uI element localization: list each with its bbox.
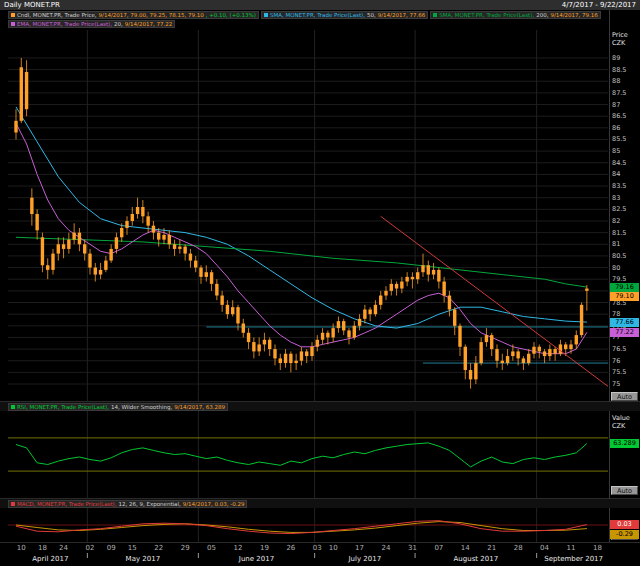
candle-body [51,254,54,270]
candle-body [527,354,530,363]
candle-body [522,358,525,363]
price-tick-label: 85 [612,147,620,155]
candle-body [284,354,287,363]
auto-scale-button-rsi[interactable]: Auto [611,486,638,495]
candle-body [437,270,440,282]
candle-body [57,244,60,253]
chart-date-range: 4/7/2017 - 9/22/2017 [562,0,636,10]
candle-body [368,309,371,314]
ema-20-line [16,123,587,354]
candle-body [205,272,208,277]
date-tick-label: 24 [59,544,68,552]
month-gridlines [87,30,536,542]
candle-body [109,249,112,261]
price-axis-title-line1: Price [612,31,628,39]
date-tick-label: 26 [286,544,295,552]
date-tick-label: 21 [487,544,496,552]
candle-body [474,363,477,379]
price-tick-label: 87.5 [612,89,626,97]
price-tick-label: 88.5 [612,66,626,74]
candle-body [384,291,387,296]
date-tick-label: 22 [154,544,163,552]
candle-body [405,277,408,282]
candle-body [231,307,234,314]
candle-body [263,340,266,345]
date-tick-label: 12 [234,544,243,552]
candle-body [479,342,482,363]
candle-body [432,270,435,275]
candle-body [305,351,308,356]
date-tick-label: 05 [207,544,216,552]
candle-body [162,235,165,240]
candle-body [94,268,97,275]
candle-body [363,309,366,318]
ema20-swatch-icon [11,22,15,26]
main-legend-row-1: Cndl, MONET.PR, Trade Price, 9/14/2017, … [8,11,601,19]
rsi-axis-title-line2: CZK [612,422,630,430]
legend-text: SMA, MONET.PR, Trade Price(Last), [270,12,365,18]
candle-body [247,333,250,342]
price-tick-label: 84.5 [612,159,626,167]
candle-body [189,254,192,261]
rsi-swatch-icon [11,405,15,409]
price-tick-label: 75 [612,380,620,388]
date-tick-label: 03 [313,544,322,552]
candle-body [242,323,245,332]
candle-body [141,207,144,216]
candle-body [252,342,255,351]
candle-body [379,296,382,305]
candle-body [104,261,107,270]
legend-entry-cndl[interactable]: Cndl, MONET.PR, Trade Price, 9/14/2017, … [8,11,259,19]
price-tick-label: 85.5 [612,135,626,143]
legend-text: 9/14/2017, 63.289 [174,404,225,410]
price-tick-label: 79 [612,287,620,295]
auto-scale-button-price[interactable]: Auto [611,392,638,401]
price-tick-label: 81 [612,240,620,248]
candle-body [416,272,419,279]
candle-body [538,347,541,352]
legend-entry-rsi[interactable]: RSI, MONET.PR, Trade Price(Last), 14, Wi… [8,403,228,411]
rsi-axis-title-line1: Value [612,414,630,422]
legend-text: 200, [536,12,548,18]
auto-scale-button-macd[interactable]: Auto [611,531,638,540]
rsi-legend-bar: RSI, MONET.PR, Trade Price(Last), 14, Wi… [0,402,640,411]
legend-entry-sma200[interactable]: SMA, MONET.PR, Trade Price(Last), 200, 9… [430,11,601,19]
terminal-chart-window: 7575.57676.57777.57878.57979.58080.58181… [0,0,640,566]
date-tick-label: 29 [181,544,190,552]
legend-entry-sma50[interactable]: SMA, MONET.PR, Trade Price(Last), 50, 9/… [261,11,428,19]
month-label: September 2017 [544,555,603,563]
sma200-swatch-icon [433,13,437,17]
price-tick-label: 81.5 [612,229,626,237]
legend-entry-macd[interactable]: MACD, MONET.PR, Trade Price(Last), 12, 2… [8,500,247,508]
candle-body [183,247,186,254]
candle-body [294,361,297,363]
candle-body [427,265,430,274]
candle-body [564,344,567,349]
candle-body [506,356,509,363]
legend-text: Cndl, MONET.PR, Trade Price, [17,12,97,18]
date-tick-label: 14 [461,544,470,552]
candle-body [453,309,456,325]
date-tick-label: 24 [382,544,391,552]
price-tick-label: 79.5 [612,275,626,283]
date-axis: 1018240209152229051219260310172431071421… [17,544,603,563]
price-tick-label: 89 [612,54,620,62]
candle-body [374,305,377,314]
candle-body [464,347,467,370]
legend-entry-ema20[interactable]: EMA, MONET.PR, Trade Price(Last), 20, 9/… [8,20,175,28]
price-tick-label: 78 [612,310,620,318]
legend-text: 20, [114,21,123,27]
candle-body [67,240,70,249]
candle-body [157,233,160,240]
candle-body [99,270,102,275]
candle-body [553,349,556,354]
candle-body [178,247,181,249]
chart-canvas[interactable]: 7575.57676.57777.57878.57979.58080.58181… [0,0,640,566]
date-tick-label: 07 [434,544,443,552]
candle-body [215,284,218,296]
legend-text: 50, [367,12,376,18]
candle-body [210,272,213,284]
date-tick-label: 09 [107,544,116,552]
candle-body [316,340,319,347]
candle-body [173,244,176,249]
